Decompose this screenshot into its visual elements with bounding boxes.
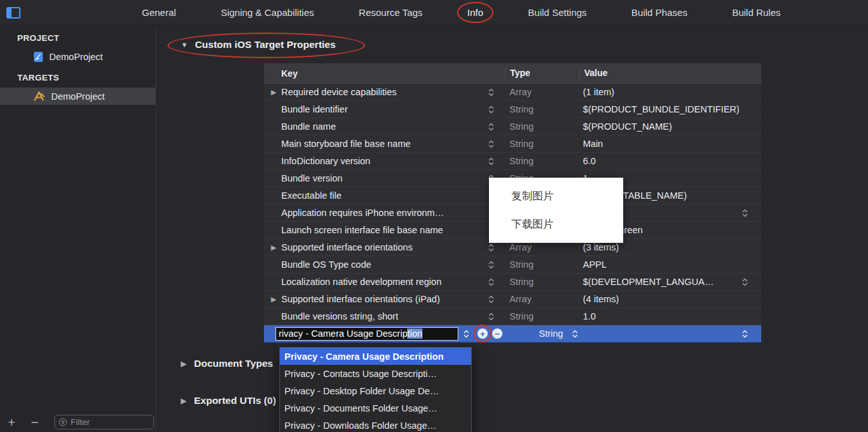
key-stepper-icon[interactable] — [463, 329, 470, 339]
key-stepper-icon[interactable] — [488, 88, 495, 97]
tab-label: General — [142, 7, 176, 18]
column-header-value: Value — [579, 66, 761, 80]
context-menu-item-0[interactable]: 复制图片 — [489, 182, 623, 210]
table-row[interactable]: Bundle nameString$(PRODUCT_NAME) — [264, 118, 761, 135]
key-cell: Localization native development region — [264, 277, 505, 287]
key-cell: Bundle version — [264, 173, 505, 183]
key-stepper-icon[interactable] — [488, 139, 495, 149]
key-edit-input[interactable]: rivacy - Camera Usage Description — [275, 327, 458, 341]
value-label: $(DEVELOPMENT_LANGUA… — [583, 277, 714, 287]
project-doc-icon — [33, 51, 43, 63]
value-label: $(PRODUCT_NAME) — [583, 121, 672, 132]
sidebar-item-label: DemoProject — [49, 52, 103, 62]
sidebar-item-demoproject[interactable]: DemoProject — [0, 88, 155, 105]
disclosure-closed-icon[interactable]: ▶ — [271, 295, 276, 304]
type-cell: String — [505, 121, 578, 132]
tab-resource-tags[interactable]: Resource Tags — [359, 7, 422, 18]
table-row-editing[interactable]: rivacy - Camera Usage Description+−Strin… — [264, 325, 761, 343]
disclosure-closed-icon[interactable]: ▶ — [181, 397, 186, 405]
tab-build-rules[interactable]: Build Rules — [732, 7, 780, 18]
type-cell: String — [505, 311, 578, 321]
value-stepper-icon[interactable] — [741, 329, 748, 339]
type-cell: String — [505, 156, 578, 166]
key-label: Bundle versions string, short — [281, 311, 398, 321]
key-stepper-icon[interactable] — [488, 157, 495, 166]
sidebar-section-header: PROJECT — [0, 26, 155, 48]
value-cell: 1.0 — [578, 311, 761, 321]
key-cell: ▶Supported interface orientations — [264, 242, 505, 252]
key-stepper-icon[interactable] — [488, 260, 495, 270]
key-stepper-icon[interactable] — [488, 105, 495, 114]
context-menu-item-1[interactable]: 下载图片 — [489, 210, 623, 238]
type-stepper-icon[interactable] — [571, 329, 578, 339]
tab-build-settings[interactable]: Build Settings — [528, 7, 587, 18]
column-header-key: Key — [264, 68, 505, 79]
key-stepper-icon[interactable] — [488, 122, 495, 132]
remove-target-button[interactable]: − — [31, 415, 38, 429]
key-label: Required device capabilities — [281, 87, 397, 97]
table-row[interactable]: Main storyboard file base nameStringMain — [264, 135, 761, 153]
key-stepper-icon[interactable] — [488, 295, 495, 304]
autocomplete-item-1[interactable]: Privacy - Contacts Usage Descripti… — [280, 365, 471, 382]
section-exported-utis-0[interactable]: ▶Exported UTIs (0) — [181, 395, 276, 406]
tab-label: Signing & Capabilities — [221, 7, 314, 18]
table-row[interactable]: ▶Required device capabilitiesArray(1 ite… — [264, 84, 761, 101]
table-row[interactable]: Bundle OS Type codeStringAPPL — [264, 256, 761, 274]
value-label: 6.0 — [583, 156, 596, 166]
key-cell: ▶Required device capabilities — [264, 87, 505, 97]
key-stepper-icon[interactable] — [488, 312, 495, 321]
key-label: Bundle OS Type code — [281, 259, 371, 270]
target-icon — [33, 91, 45, 101]
tab-info[interactable]: Info — [467, 7, 483, 18]
key-stepper-icon[interactable] — [488, 277, 495, 287]
column-header-type: Type — [505, 66, 579, 80]
key-cell: Launch screen interface file base name — [264, 225, 505, 235]
disclosure-closed-icon[interactable]: ▶ — [271, 243, 276, 252]
key-stepper-icon[interactable] — [488, 243, 495, 252]
type-cell: String — [505, 139, 578, 149]
type-cell: String — [539, 328, 578, 339]
custom-ios-target-properties-header[interactable]: ▼ Custom iOS Target Properties — [181, 39, 336, 50]
sidebar-item-demoproject[interactable]: DemoProject — [0, 48, 155, 65]
disclosure-closed-icon[interactable]: ▶ — [181, 360, 186, 368]
navigator-toggle-icon[interactable] — [6, 7, 20, 19]
table-row[interactable]: Localization native development regionSt… — [264, 274, 761, 291]
key-label: Application requires iPhone environm… — [281, 208, 444, 218]
type-cell: Array — [505, 242, 578, 252]
key-label: Bundle identifier — [281, 104, 348, 114]
value-stepper-icon[interactable] — [741, 277, 748, 287]
tab-signing-capabilities[interactable]: Signing & Capabilities — [221, 7, 314, 18]
value-cell: $(PRODUCT_BUNDLE_IDENTIFIER) — [578, 104, 761, 114]
sidebar-item-label: DemoProject — [51, 91, 105, 102]
disclosure-closed-icon[interactable]: ▶ — [271, 88, 276, 96]
value-label: APPL — [583, 259, 607, 270]
autocomplete-item-3[interactable]: Privacy - Documents Folder Usage… — [280, 399, 471, 417]
table-row[interactable]: ▶Supported interface orientations (iPad)… — [264, 291, 761, 308]
key-cell: Bundle versions string, short — [264, 311, 505, 321]
add-row-button[interactable]: + — [477, 328, 488, 339]
disclosure-open-icon[interactable]: ▼ — [181, 41, 188, 49]
autocomplete-item-4[interactable]: Privacy - Downloads Folder Usage… — [280, 417, 471, 432]
table-row[interactable]: InfoDictionary versionString6.0 — [264, 153, 761, 170]
filter-input[interactable]: Filter — [54, 415, 154, 429]
tab-general[interactable]: General — [142, 7, 176, 18]
value-stepper-icon[interactable] — [741, 208, 748, 218]
tab-build-phases[interactable]: Build Phases — [632, 7, 688, 18]
key-cell: Application requires iPhone environm… — [264, 208, 505, 218]
add-target-button[interactable]: + — [8, 415, 15, 429]
section-document-types[interactable]: ▶Document Types — [181, 358, 273, 369]
table-row[interactable]: Bundle versions string, shortString1.0 — [264, 308, 761, 325]
key-label: Bundle name — [281, 121, 336, 132]
value-label: (3 items) — [583, 242, 619, 252]
xcode-window: { "icons": { "disclosure_open": "▼", "di… — [0, 0, 868, 432]
table-row[interactable]: Bundle identifierString$(PRODUCT_BUNDLE_… — [264, 101, 761, 118]
remove-row-button[interactable]: − — [492, 328, 502, 339]
autocomplete-item-2[interactable]: Privacy - Desktop Folder Usage De… — [280, 382, 471, 399]
type-cell: String — [505, 259, 578, 270]
autocomplete-item-0[interactable]: Privacy - Camera Usage Description — [280, 348, 471, 365]
value-cell: (4 items) — [578, 294, 761, 304]
key-cell: Bundle identifier — [264, 104, 505, 114]
key-label: Launch screen interface file base name — [281, 225, 443, 235]
value-cell: 6.0 — [578, 156, 761, 166]
target-tab-bar: GeneralSigning & CapabilitiesResource Ta… — [0, 0, 868, 26]
